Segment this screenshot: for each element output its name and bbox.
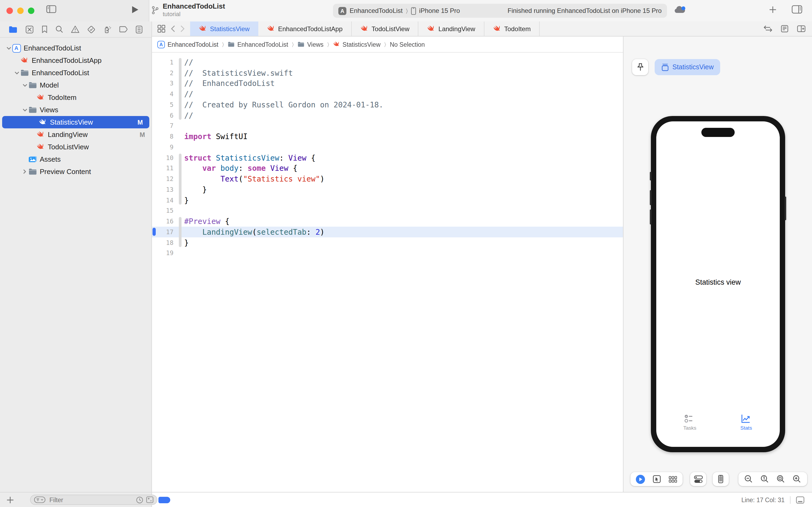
- add-editor-icon[interactable]: [797, 25, 806, 32]
- tab-todolistview[interactable]: TodoListView: [352, 21, 419, 36]
- tree-item-landingview[interactable]: LandingViewM: [0, 128, 152, 141]
- nav-breakpoint-icon[interactable]: [119, 26, 128, 33]
- code-line-12[interactable]: 12 Text("Statistics view"): [152, 174, 623, 184]
- tree-item-enhancedtodolist[interactable]: AEnhancedTodoList: [0, 42, 152, 54]
- code-line-1[interactable]: 1//: [152, 57, 623, 68]
- nav-warning-icon[interactable]: [71, 25, 79, 33]
- zoom-out-button[interactable]: [741, 475, 757, 484]
- code-line-9[interactable]: 9: [152, 142, 623, 153]
- zoom-window-button[interactable]: [28, 7, 35, 14]
- bottom-bar: Line: 17 Col: 31: [0, 492, 812, 507]
- breadcrumb-enhancedtodolist[interactable]: EnhancedTodoList: [228, 41, 288, 48]
- close-window-button[interactable]: [6, 7, 13, 14]
- tree-item-statisticsview[interactable]: StatisticsViewM: [2, 116, 149, 128]
- adjust-editor-options-icon[interactable]: [781, 25, 789, 33]
- code-line-8[interactable]: 8import SwiftUI: [152, 131, 623, 142]
- breadcrumb-statisticsview[interactable]: StatisticsView: [333, 40, 381, 48]
- toggle-left-sidebar-icon[interactable]: [46, 5, 56, 13]
- live-preview-button[interactable]: [632, 474, 649, 484]
- chevron-down-icon[interactable]: [21, 83, 28, 87]
- phone-tab-tasks[interactable]: Tasks: [661, 414, 718, 431]
- tree-item-preview-content[interactable]: Preview Content: [0, 165, 152, 178]
- phone-tab-stats[interactable]: Stats: [718, 414, 774, 431]
- status-device[interactable]: iPhone 15 Pro: [419, 7, 460, 14]
- preview-screen[interactable]: Statistics view TasksStats: [656, 121, 780, 447]
- go-back-icon[interactable]: [171, 25, 175, 32]
- code-line-11[interactable]: 11 var body: some View {: [152, 163, 623, 174]
- code-line-5[interactable]: 5// Created by Russell Gordon on 2024-01…: [152, 99, 623, 110]
- code-line-4[interactable]: 4//: [152, 89, 623, 100]
- code-line-17[interactable]: 17 LandingView(selectedTab: 2): [152, 227, 623, 237]
- variants-mode-button[interactable]: [665, 475, 681, 483]
- zoom-in-button[interactable]: [789, 475, 805, 484]
- filter-field[interactable]: [30, 495, 157, 505]
- zoom-100-button[interactable]: [757, 475, 773, 484]
- chevron-down-icon[interactable]: [5, 47, 12, 50]
- tab-statisticsview[interactable]: StatisticsView: [190, 21, 258, 36]
- nav-test-icon[interactable]: [87, 25, 96, 34]
- cloud-sync-indicator[interactable]: [674, 5, 686, 14]
- code-line-19[interactable]: 19: [152, 248, 623, 259]
- zoom-fit-button[interactable]: [773, 475, 789, 484]
- tree-item-views[interactable]: Views: [0, 104, 152, 116]
- nav-bookmark-icon[interactable]: [41, 25, 48, 33]
- run-button[interactable]: [131, 5, 139, 14]
- window-title: EnhancedTodoList tutorial: [163, 3, 225, 17]
- swift-icon: [267, 25, 275, 33]
- related-items-icon[interactable]: [157, 25, 165, 33]
- tab-landingview[interactable]: LandingView: [419, 21, 484, 36]
- code-review-icon[interactable]: [764, 25, 772, 32]
- code-line-10[interactable]: 10struct StatisticsView: View {: [152, 153, 623, 163]
- code-line-3[interactable]: 3// EnhancedTodoList: [152, 78, 623, 89]
- tree-item-assets[interactable]: Assets: [0, 153, 152, 165]
- chevron-right-icon[interactable]: [21, 169, 28, 174]
- code-line-2[interactable]: 2// StatisticsView.swift: [152, 68, 623, 78]
- toggle-inspector-button[interactable]: [792, 5, 802, 14]
- new-tab-button[interactable]: [769, 6, 776, 13]
- breadcrumb-no-selection[interactable]: No Selection: [390, 41, 425, 48]
- breadcrumb-views[interactable]: Views: [297, 41, 324, 48]
- nav-search-icon[interactable]: [55, 25, 63, 33]
- code-line-13[interactable]: 13 }: [152, 184, 623, 195]
- code-line-6[interactable]: 6//: [152, 110, 623, 121]
- chevron-down-icon[interactable]: [13, 71, 20, 74]
- line-col-indicator[interactable]: Line: 17 Col: 31: [741, 497, 785, 503]
- preview-target-chip[interactable]: StatisticsView: [655, 59, 720, 75]
- source-editor[interactable]: 1//2// StatisticsView.swift3// EnhancedT…: [152, 53, 623, 492]
- breadcrumb-enhancedtodolist[interactable]: AEnhancedTodoList: [157, 41, 218, 48]
- pin-preview-button[interactable]: [632, 59, 648, 75]
- nav-report-icon[interactable]: [135, 25, 143, 34]
- code-line-7[interactable]: 7: [152, 121, 623, 131]
- device-settings-button[interactable]: [690, 472, 706, 486]
- tree-item-enhancedtodolistapp[interactable]: EnhancedTodoListApp: [0, 54, 152, 67]
- nav-folder-icon[interactable]: [9, 25, 18, 33]
- tree-item-todoitem[interactable]: TodoItem: [0, 91, 152, 104]
- filter-input[interactable]: [48, 496, 133, 504]
- tree-item-todolistview[interactable]: TodoListView: [0, 141, 152, 153]
- progress-tag: [159, 497, 170, 503]
- code-line-16[interactable]: 16#Preview {: [152, 216, 623, 227]
- code-line-14[interactable]: 14}: [152, 195, 623, 206]
- activity-status-bar[interactable]: A EnhancedTodoList 〉 iPhone 15 Pro Finis…: [333, 4, 667, 18]
- recent-files-icon[interactable]: [136, 496, 143, 504]
- tree-item-enhancedtodolist[interactable]: EnhancedTodoList: [0, 67, 152, 79]
- nav-debug-icon[interactable]: [103, 25, 112, 34]
- filter-options-icon[interactable]: [34, 496, 46, 503]
- panel-right-icon: [792, 5, 802, 14]
- bottom-bar-toggle-icon[interactable]: [796, 496, 805, 504]
- code-line-15[interactable]: 15: [152, 206, 623, 216]
- nav-vcs-icon[interactable]: [25, 25, 34, 34]
- selectable-mode-button[interactable]: [649, 475, 665, 484]
- breadcrumb-separator: 〉: [222, 41, 224, 48]
- add-file-icon[interactable]: [6, 496, 14, 504]
- tab-todoitem[interactable]: TodoItem: [484, 21, 540, 36]
- chevron-down-icon[interactable]: [21, 108, 28, 111]
- go-forward-icon[interactable]: [180, 25, 185, 32]
- code-line-18[interactable]: 18}: [152, 237, 623, 248]
- tab-label: TodoItem: [504, 25, 531, 33]
- tree-item-model[interactable]: Model: [0, 79, 152, 91]
- minimize-window-button[interactable]: [17, 7, 23, 14]
- tab-enhancedtodolistapp[interactable]: EnhancedTodoListApp: [258, 21, 352, 36]
- breadcrumb-separator: 〉: [384, 41, 386, 48]
- device-picker-button[interactable]: [713, 472, 729, 486]
